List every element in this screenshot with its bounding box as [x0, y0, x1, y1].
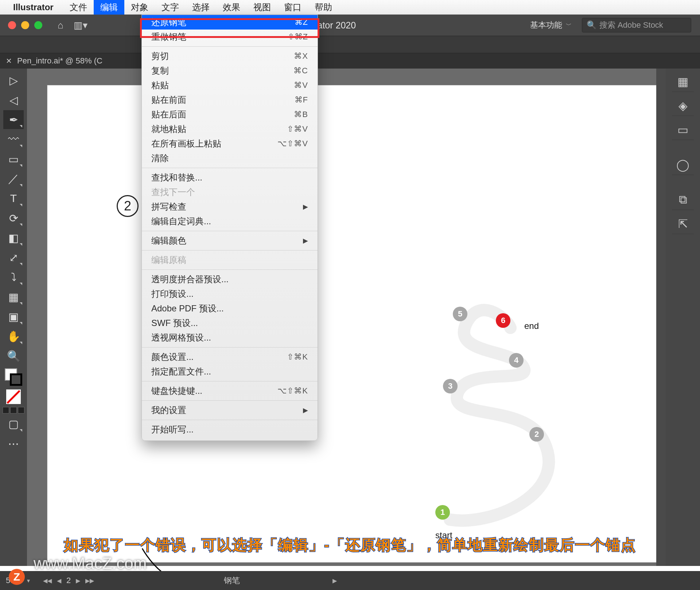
tab-close-icon[interactable]: ✕ [6, 57, 12, 65]
menu-item-label: 重做钢笔 [151, 31, 186, 43]
scale-tool[interactable]: ⤢ [3, 248, 24, 267]
menu-item-mysettings[interactable]: 我的设置▶ [142, 403, 318, 418]
menu-item-redo[interactable]: 重做钢笔⇧⌘Z [142, 30, 318, 44]
canvas-area[interactable]: 2Draw 123456 start end [27, 69, 666, 566]
menu-item-label: 清除 [151, 152, 169, 164]
menu-item-dict[interactable]: 编辑自定词典... [142, 214, 318, 229]
eraser-tool[interactable]: ◧ [3, 228, 24, 247]
screen-mode[interactable]: ▢ [3, 414, 24, 433]
scrollbar[interactable] [656, 69, 666, 566]
layers-panel-icon[interactable]: ◈ [672, 96, 694, 116]
shortcut: ⇧⌘K [287, 352, 308, 362]
menu-item-undo[interactable]: 还原钢笔⌘Z [142, 15, 318, 30]
curvature-tool[interactable]: 〰 [3, 130, 24, 149]
shortcut: ⌘X [294, 51, 308, 61]
eyedropper-tool[interactable]: ⤵ [3, 268, 24, 287]
menu-item-transp[interactable]: 透明度拼合器预设... [142, 272, 318, 287]
none-swatch[interactable] [6, 389, 21, 404]
current-tool[interactable]: 钢笔▶ [224, 575, 337, 586]
direct-selection-tool[interactable]: ◁ [3, 90, 24, 109]
menu-item-label: 粘贴 [151, 79, 169, 91]
menu-separator [142, 347, 318, 348]
menu-item-spell[interactable]: 拼写检查▶ [142, 199, 318, 214]
menu-separator [142, 231, 318, 231]
anchor-point-1: 1 [435, 505, 450, 520]
menu-item-dict2[interactable]: 开始听写... [142, 422, 318, 437]
menu-item-color-set[interactable]: 颜色设置...⇧⌘K [142, 350, 318, 364]
menu-item-swf[interactable]: SWF 预设... [142, 316, 318, 330]
menu-item-pdf[interactable]: Adobe PDF 预设... [142, 301, 318, 316]
menu-separator [142, 250, 318, 251]
search-stock[interactable]: 🔍 搜索 Adobe Stock [582, 18, 691, 32]
menu-item-label: 还原钢笔 [151, 16, 186, 28]
menu-item-paste-front[interactable]: 贴在前面⌘F [142, 93, 318, 107]
menu-item-find[interactable]: 查找和替换... [142, 170, 318, 185]
export-icon[interactable]: ⇱ [672, 214, 694, 234]
menu-item-label: 透明度拼合器预设... [151, 273, 229, 285]
workspace-label: 基本功能 [530, 20, 562, 31]
asset-export-icon[interactable]: ⧉ [672, 190, 694, 210]
menu-edit[interactable]: 编辑 [94, 0, 124, 15]
artboard-nav[interactable]: ◀◀◀ 2 ▶▶▶ [43, 576, 94, 585]
menu-item-paste[interactable]: 粘贴⌘V [142, 78, 318, 93]
menu-item-paste-place[interactable]: 就地粘贴⇧⌘V [142, 122, 318, 136]
rectangle-tool[interactable]: ▭ [3, 150, 24, 168]
artboard-number: 2 [66, 576, 71, 585]
menu-view[interactable]: 视图 [247, 0, 277, 15]
app-name[interactable]: Illustrator [13, 2, 54, 12]
menu-item-paste-back[interactable]: 贴在后面⌘B [142, 107, 318, 122]
menu-item-label: 剪切 [151, 50, 169, 62]
libraries-panel-icon[interactable]: ▭ [672, 120, 694, 140]
menu-type[interactable]: 文字 [155, 0, 186, 15]
menu-effect[interactable]: 效果 [216, 0, 247, 15]
edit-toolbar[interactable]: ⋯ [3, 434, 24, 453]
artboard-tool[interactable]: ▣ [3, 307, 24, 326]
tab-label[interactable]: Pen_intro.ai* @ 58% (C [17, 56, 102, 66]
hand-tool[interactable]: ✋ [3, 327, 24, 346]
close-icon[interactable] [8, 21, 16, 29]
menu-item-copy[interactable]: 复制⌘C [142, 63, 318, 78]
control-bar [0, 36, 700, 53]
home-icon[interactable]: ⌂ [58, 20, 63, 31]
menu-item-label: Adobe PDF 预设... [151, 303, 224, 314]
chevron-down-icon: ▾ [27, 577, 30, 584]
draw-mode[interactable] [3, 407, 24, 414]
shortcut: ⌥⇧⌘V [277, 139, 308, 148]
menu-item-edit-color[interactable]: 编辑颜色▶ [142, 233, 318, 248]
menu-item-profile[interactable]: 指定配置文件... [142, 364, 318, 379]
menu-separator [142, 400, 318, 401]
pen-tool[interactable]: ✒ [3, 110, 24, 129]
menu-item-cut[interactable]: 剪切⌘X [142, 49, 318, 63]
menu-help[interactable]: 帮助 [308, 0, 339, 15]
edit-menu-dropdown: 还原钢笔⌘Z重做钢笔⇧⌘Z剪切⌘X复制⌘C粘贴⌘V贴在前面⌘F贴在后面⌘B就地粘… [141, 15, 318, 441]
menu-object[interactable]: 对象 [124, 0, 155, 15]
minimize-icon[interactable] [21, 21, 29, 29]
type-tool[interactable]: T [3, 189, 24, 208]
menu-select[interactable]: 选择 [186, 0, 216, 15]
menu-file[interactable]: 文件 [63, 0, 94, 15]
selection-tool[interactable]: ▷ [3, 71, 24, 90]
end-label: end [524, 321, 539, 331]
zoom-tool[interactable]: 🔍 [3, 346, 24, 365]
menu-item-label: 查找和替换... [151, 172, 202, 183]
fill-stroke-swatch[interactable] [5, 368, 22, 386]
menu-window[interactable]: 窗口 [277, 0, 308, 15]
arrange-icon[interactable]: ▥▾ [74, 20, 88, 31]
workspace-switcher[interactable]: 基本功能 ﹀ [530, 20, 572, 31]
gradient-tool[interactable]: ▦ [3, 287, 24, 306]
paintbrush-tool[interactable]: ／ [3, 169, 24, 188]
menu-item-print[interactable]: 打印预设... [142, 287, 318, 301]
menu-item-label: 编辑原稿 [151, 254, 186, 266]
properties-panel-icon[interactable]: ▦ [672, 71, 694, 92]
status-bar: 58%▾ ◀◀◀ 2 ▶▶▶ 钢笔▶ [0, 571, 700, 590]
appearance-panel-icon[interactable]: ◯ [672, 155, 694, 175]
mac-menubar: Illustrator 文件 编辑 对象 文字 选择 效果 视图 窗口 帮助 [0, 0, 700, 15]
menu-item-clear[interactable]: 清除 [142, 151, 318, 166]
fullscreen-icon[interactable] [34, 21, 42, 29]
menu-item-persp[interactable]: 透视网格预设... [142, 330, 318, 345]
document-tabs: ✕ Pen_intro.ai* @ 58% (C [0, 53, 700, 69]
menu-item-keys[interactable]: 键盘快捷键...⌥⇧⌘K [142, 384, 318, 398]
rotate-tool[interactable]: ⟳ [3, 209, 24, 228]
menu-item-paste-all[interactable]: 在所有画板上粘贴⌥⇧⌘V [142, 136, 318, 151]
app-header: ⌂ ▥▾ Adobe Illustrator 2020 基本功能 ﹀ 🔍 搜索 … [0, 15, 700, 36]
